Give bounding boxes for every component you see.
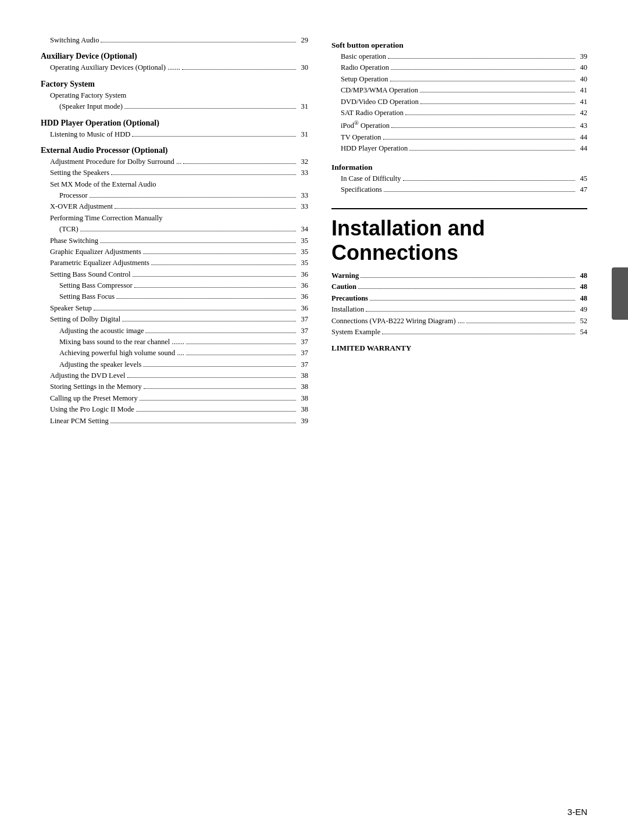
toc-page: 48 xyxy=(577,270,587,281)
toc-label: Listening to Music of HDD xyxy=(50,129,130,140)
toc-row-difficulty: In Case of Difficulty 45 xyxy=(331,173,587,184)
toc-label: SAT Radio Operation xyxy=(341,108,404,119)
toc-dots xyxy=(115,208,296,209)
toc-row-basic-op: Basic operation 39 xyxy=(331,51,587,62)
toc-label: Mixing bass sound to the rear channel ..… xyxy=(59,337,184,348)
toc-page: 38 xyxy=(298,404,308,415)
heading-auxiliary: Auxiliary Device (Optional) xyxy=(41,52,308,61)
toc-label: Adjusting the DVD Level xyxy=(50,370,126,381)
toc-label: Specifications xyxy=(341,184,382,195)
toc-row-linear-pcm: Linear PCM Setting 39 xyxy=(41,416,308,427)
toc-label: Setting the Speakers xyxy=(50,167,109,178)
toc-label: (Speaker Input mode) xyxy=(59,101,123,112)
toc-dots xyxy=(136,411,296,412)
toc-row-bass-focus: Setting Bass Focus 36 xyxy=(41,291,308,302)
toc-row-caution: Caution 48 xyxy=(331,281,587,292)
toc-row-warning: Warning 48 xyxy=(331,270,587,281)
toc-page: 35 xyxy=(298,235,308,246)
right-column: Soft button operation Basic operation 39… xyxy=(331,35,587,427)
heading-soft-button: Soft button operation xyxy=(331,41,587,50)
toc-page: 36 xyxy=(298,303,308,314)
toc-row-set-mx: Set MX Mode of the External Audio xyxy=(41,179,308,190)
toc-page: 39 xyxy=(298,416,308,427)
toc-dots xyxy=(388,58,575,59)
heading-hdd: HDD Player Operation (Optional) xyxy=(41,119,308,128)
toc-columns: Switching Audio 29 Auxiliary Device (Opt… xyxy=(41,35,587,427)
toc-row-cdmp3-op: CD/MP3/WMA Operation 41 xyxy=(331,85,587,96)
toc-dots xyxy=(101,42,296,42)
toc-dots xyxy=(370,300,575,301)
toc-label: Switching Audio xyxy=(50,35,99,46)
toc-label: Storing Settings in the Memory xyxy=(50,381,142,392)
toc-label: X-OVER Adjustment xyxy=(50,201,113,212)
toc-row-tcr: (TCR) 34 xyxy=(41,224,308,235)
toc-dots xyxy=(144,388,296,389)
toc-label: CD/MP3/WMA Operation xyxy=(341,85,418,96)
toc-row-pro-logic: Using the Pro Logic II Mode 38 xyxy=(41,404,308,415)
toc-dots xyxy=(182,69,296,70)
toc-page: 42 xyxy=(577,108,587,119)
toc-page: 44 xyxy=(577,132,587,143)
toc-dots xyxy=(361,277,575,278)
toc-label: Adjusting the speaker levels xyxy=(59,359,141,370)
toc-page: 32 xyxy=(298,156,308,167)
toc-label: Processor xyxy=(59,190,88,201)
toc-page: 52 xyxy=(577,316,587,327)
toc-page: 39 xyxy=(577,51,587,62)
toc-dots xyxy=(80,231,296,231)
toc-label: Setting Bass Focus xyxy=(59,291,115,302)
toc-label: TV Operation xyxy=(341,132,381,143)
toc-page: 31 xyxy=(298,129,308,140)
toc-dots xyxy=(383,139,575,140)
toc-dots xyxy=(143,366,296,367)
toc-row-powerful-vol: Achieving powerful high volume sound ...… xyxy=(41,348,308,359)
toc-dots xyxy=(405,115,575,115)
toc-dots xyxy=(132,136,296,137)
toc-row-installation: Installation 49 xyxy=(331,304,587,315)
toc-row-hdd-op: HDD Player Operation 44 xyxy=(331,143,587,154)
toc-row-storing-settings: Storing Settings in the Memory 38 xyxy=(41,381,308,392)
toc-dots xyxy=(94,310,296,310)
toc-dots xyxy=(133,276,296,277)
toc-row-listening-hdd: Listening to Music of HDD 31 xyxy=(41,129,308,140)
toc-page: 37 xyxy=(298,314,308,325)
toc-page: 35 xyxy=(298,246,308,258)
toc-page: 34 xyxy=(298,224,308,235)
toc-dots xyxy=(151,264,296,265)
toc-row-aux-devices: Operating Auxiliary Devices (Optional) .… xyxy=(41,62,308,73)
warn-section: Warning 48 Caution 48 Precautions 48 Ins… xyxy=(331,270,587,338)
toc-page: 41 xyxy=(577,85,587,96)
toc-label: Achieving powerful high volume sound ...… xyxy=(59,348,184,359)
toc-row-xover: X-OVER Adjustment 33 xyxy=(41,201,308,212)
toc-dots xyxy=(143,253,296,254)
toc-dots xyxy=(122,321,296,321)
toc-label: Linear PCM Setting xyxy=(50,416,109,427)
toc-row-speaker-input: (Speaker Input mode) 31 xyxy=(41,101,308,112)
toc-label: Using the Pro Logic II Mode xyxy=(50,404,134,415)
toc-page: 44 xyxy=(577,143,587,154)
toc-row-adj-dolby: Adjustment Procedure for Dolby Surround … xyxy=(41,156,308,167)
toc-dots xyxy=(391,69,575,70)
toc-row-precautions: Precautions 48 xyxy=(331,293,587,304)
toc-page: 36 xyxy=(298,269,308,280)
toc-label: Caution xyxy=(331,281,356,292)
toc-dots xyxy=(186,355,296,355)
toc-label: Phase Switching xyxy=(50,235,98,246)
toc-page: 36 xyxy=(298,280,308,291)
toc-page: 33 xyxy=(298,167,308,178)
toc-label: iPod® Operation xyxy=(341,119,390,132)
toc-label: (TCR) xyxy=(59,224,78,235)
toc-label: Setting of Dolby Digital xyxy=(50,314,120,325)
toc-label: System Example xyxy=(331,327,380,338)
heading-external-audio: External Audio Processor (Optional) xyxy=(41,146,308,155)
toc-page: 48 xyxy=(577,293,587,304)
toc-dots xyxy=(391,127,575,128)
toc-row-processor: Processor 33 xyxy=(41,190,308,201)
toc-page: 49 xyxy=(577,304,587,315)
toc-label: Radio Operation xyxy=(341,62,389,73)
toc-row-speaker-setup: Speaker Setup 36 xyxy=(41,303,308,314)
limited-warranty: LIMITED WARRANTY xyxy=(331,344,587,353)
toc-dots xyxy=(420,92,575,92)
toc-dots xyxy=(366,311,575,312)
toc-label: Adjustment Procedure for Dolby Surround … xyxy=(50,156,181,167)
